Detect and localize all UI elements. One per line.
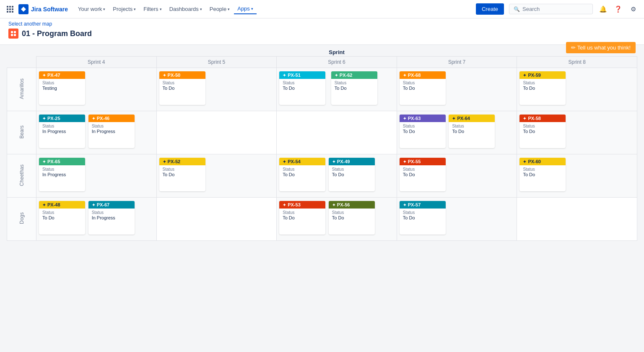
- settings-icon[interactable]: ⚙: [627, 3, 639, 15]
- card-PX-52[interactable]: ✦ PX-52 Status To Do: [159, 158, 205, 194]
- nav-projects[interactable]: Projects ▾: [109, 4, 139, 14]
- card-PX-64[interactable]: ✦ PX-64 Status To Do: [449, 115, 495, 151]
- card-PX-50[interactable]: ✦ PX-50 Status To Do: [159, 71, 205, 107]
- nav-people[interactable]: People ▾: [206, 4, 233, 14]
- chevron-down-icon: ▾: [103, 7, 105, 11]
- nav-icons: 🔔 ❓ ⚙: [597, 3, 639, 15]
- dogs-label-cell: Dogs: [7, 198, 36, 241]
- chevron-down-icon: ▾: [251, 7, 253, 11]
- grid-icon[interactable]: [5, 4, 15, 14]
- dogs-sprint8-cell: [517, 198, 637, 241]
- dogs-sprint6-cell: ✦ PX-53 Status To Do ✦ PX-56 Status: [277, 198, 397, 241]
- search-box[interactable]: 🔍 Search: [509, 4, 593, 14]
- navbar: Jira Software Your work ▾ Projects ▾ Fil…: [0, 0, 644, 18]
- bears-sprint8-cell: ✦ PX-58 Status To Do: [517, 111, 637, 154]
- svg-rect-5: [12, 8, 13, 10]
- select-map-link[interactable]: Select another map: [8, 21, 636, 27]
- nav-dashboards[interactable]: Dashboards ▾: [166, 4, 205, 14]
- amarillos-sprint4-cell: ✦ PX-47 Status Testing: [36, 68, 157, 111]
- svg-rect-0: [7, 6, 8, 8]
- card-PX-68[interactable]: ✦ PX-68 Status To Do: [400, 71, 446, 107]
- cheethas-label-cell: Cheethas: [7, 154, 36, 198]
- svg-rect-10: [11, 31, 13, 33]
- cheethas-row: Cheethas ✦ PX-65 Status In Progress: [7, 154, 637, 198]
- sprint5-header: Sprint 5: [156, 57, 277, 68]
- create-button[interactable]: Create: [476, 3, 504, 15]
- board-title-row: 01 - Program Board: [8, 27, 636, 42]
- card-PX-46[interactable]: ✦ PX-46 Status In Progress: [88, 115, 135, 151]
- card-PX-49[interactable]: ✦ PX-49 Status To Do: [329, 158, 375, 194]
- jira-logo[interactable]: Jira Software: [18, 4, 68, 14]
- bears-label: Bears: [19, 125, 25, 138]
- amarillos-sprint6-cell: ✦ PX-51 Status To Do ✦ PX-62 Status: [277, 68, 397, 111]
- svg-rect-8: [12, 11, 13, 13]
- cheethas-sprint6-cell: ✦ PX-54 Status To Do ✦ PX-49 Status: [277, 154, 397, 198]
- amarillos-row: Amarillos ✦ PX-47 Status Testing: [7, 68, 637, 111]
- bears-sprint6-cell: [277, 111, 397, 154]
- card-PX-51[interactable]: ✦ PX-51 Status To Do: [279, 71, 325, 107]
- card-PX-65[interactable]: ✦ PX-65 Status In Progress: [39, 158, 85, 194]
- card-PX-55[interactable]: ✦ PX-55 Status To Do: [400, 158, 446, 194]
- amarillos-sprint7-cell: ✦ PX-68 Status To Do: [397, 68, 517, 111]
- svg-marker-9: [21, 7, 26, 12]
- bears-sprint5-cell: [156, 111, 277, 154]
- board-table: Sprint 4 Sprint 5 Sprint 6 Sprint 7 Spri…: [7, 56, 637, 241]
- dogs-sprint4-cell: ✦ PX-48 Status To Do ✦ PX-67 Status: [36, 198, 157, 241]
- card-PX-58[interactable]: ✦ PX-58 Status To Do: [519, 115, 566, 151]
- cheethas-label: Cheethas: [19, 164, 25, 186]
- chevron-down-icon: ▾: [134, 7, 136, 11]
- card-PX-47[interactable]: ✦ PX-47 Status Testing: [39, 71, 85, 107]
- board-icon: [8, 29, 18, 39]
- nav-apps[interactable]: Apps ▾: [234, 4, 257, 14]
- card-PX-56[interactable]: ✦ PX-56 Status To Do: [329, 201, 375, 237]
- sprint7-header: Sprint 7: [397, 57, 517, 68]
- help-icon[interactable]: ❓: [612, 3, 624, 15]
- cheethas-sprint8-cell: ✦ PX-60 Status To Do: [517, 154, 637, 198]
- bears-sprint4-cell: ✦ PX-25 Status In Progress ✦ PX-46 Statu…: [36, 111, 157, 154]
- bears-label-cell: Bears: [7, 111, 36, 154]
- cheethas-sprint5-cell: ✦ PX-52 Status To Do: [156, 154, 277, 198]
- amarillos-label-cell: Amarillos: [7, 68, 36, 111]
- svg-rect-12: [11, 34, 13, 36]
- cheethas-sprint4-cell: ✦ PX-65 Status In Progress: [36, 154, 157, 198]
- nav-filters[interactable]: Filters ▾: [140, 4, 165, 14]
- logo-diamond: [18, 4, 29, 14]
- sprint-main-label: Sprint: [36, 49, 637, 55]
- logo-text: Jira Software: [31, 6, 68, 13]
- sprint8-header: Sprint 8: [517, 57, 637, 68]
- bears-sprint7-cell: ✦ PX-63 Status To Do ✦ PX-64 Status: [397, 111, 517, 154]
- board-scroll-inner: Sprint Sprint 4 Sprint 5 Sprint 6 Sprint…: [0, 45, 644, 245]
- card-PX-48[interactable]: ✦ PX-48 Status To Do: [39, 201, 85, 237]
- cheethas-sprint7-cell: ✦ PX-55 Status To Do: [397, 154, 517, 198]
- card-PX-53[interactable]: ✦ PX-53 Status To Do: [279, 201, 325, 237]
- dogs-sprint5-cell: [156, 198, 277, 241]
- dogs-label: Dogs: [19, 212, 25, 224]
- card-PX-67[interactable]: ✦ PX-67 Status In Progress: [88, 201, 135, 237]
- nav-menu: Your work ▾ Projects ▾ Filters ▾ Dashboa…: [75, 4, 257, 14]
- notifications-icon[interactable]: 🔔: [597, 3, 609, 15]
- sprint6-header: Sprint 6: [277, 57, 397, 68]
- dogs-sprint7-cell: ✦ PX-57 Status To Do: [397, 198, 517, 241]
- board-relative-container: Sprint 4 Sprint 5 Sprint 6 Sprint 7 Spri…: [7, 56, 637, 241]
- svg-rect-2: [12, 6, 13, 8]
- svg-rect-6: [7, 11, 8, 13]
- search-placeholder: Search: [522, 6, 540, 12]
- card-PX-63[interactable]: ✦ PX-63 Status To Do: [400, 115, 446, 151]
- chevron-down-icon: ▾: [200, 7, 202, 11]
- svg-rect-3: [7, 8, 8, 10]
- svg-rect-4: [9, 8, 11, 10]
- sprint4-header: Sprint 4: [36, 57, 157, 68]
- amarillos-sprint5-cell: ✦ PX-50 Status To Do: [156, 68, 277, 111]
- svg-rect-1: [9, 6, 11, 8]
- chevron-down-icon: ▾: [228, 7, 230, 11]
- card-PX-59[interactable]: ✦ PX-59 Status To Do: [519, 71, 566, 107]
- amarillos-label: Amarillos: [19, 78, 25, 99]
- card-PX-25[interactable]: ✦ PX-25 Status In Progress: [39, 115, 85, 151]
- card-PX-62[interactable]: ✦ PX-62 Status To Do: [331, 71, 377, 107]
- nav-your-work[interactable]: Your work ▾: [75, 4, 109, 14]
- amarillos-sprint8-cell: ✦ PX-59 Status To Do: [517, 68, 637, 111]
- card-PX-60[interactable]: ✦ PX-60 Status To Do: [519, 158, 566, 194]
- card-PX-54[interactable]: ✦ PX-54 Status To Do: [279, 158, 325, 194]
- card-PX-57[interactable]: ✦ PX-57 Status To Do: [400, 201, 446, 237]
- svg-rect-11: [14, 31, 16, 33]
